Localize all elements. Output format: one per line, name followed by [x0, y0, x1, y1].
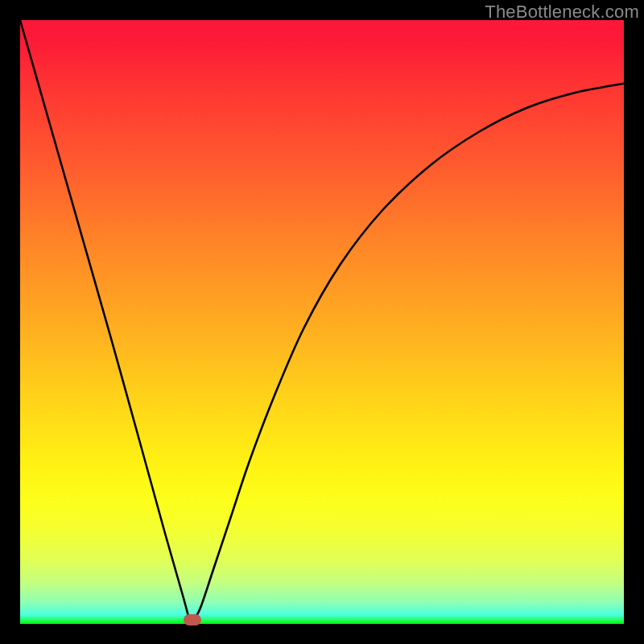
bottleneck-curve [20, 20, 624, 624]
watermark-text: TheBottleneck.com [485, 2, 639, 23]
min-marker [184, 614, 201, 625]
plot-area [20, 20, 624, 624]
chart-frame: TheBottleneck.com [0, 0, 644, 644]
